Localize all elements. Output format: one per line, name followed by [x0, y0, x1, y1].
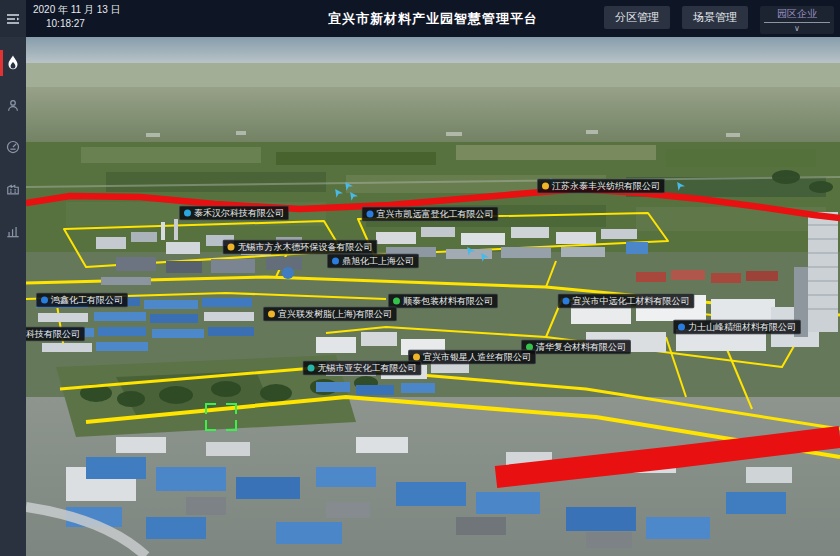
- sidebar-item-enterprise[interactable]: [0, 173, 26, 205]
- company-marker-label: 宜兴市中远化工材料有限公司: [573, 296, 690, 307]
- bar-chart-icon: [6, 224, 20, 238]
- company-marker-label: 宜兴国胜科技有限公司: [26, 329, 80, 340]
- partition-management-button[interactable]: 分区管理: [604, 6, 670, 29]
- flame-icon: [6, 55, 20, 71]
- menu-icon[interactable]: [0, 0, 26, 37]
- company-marker[interactable]: 鸿鑫化工有限公司: [36, 293, 128, 308]
- plane-icon: [347, 188, 359, 206]
- company-marker-label: 鼎旭化工上海公司: [342, 256, 414, 267]
- divider: [764, 22, 830, 23]
- person-icon: [6, 98, 20, 113]
- company-marker[interactable]: 力士山峰精细材料有限公司: [673, 320, 801, 335]
- app-window: 2020 年 11 月 13 日 10:18:27 宜兴市新材料产业园智慧管理平…: [0, 0, 840, 556]
- company-marker[interactable]: 无锡市亚安化工有限公司: [303, 361, 422, 376]
- company-marker-icon: [308, 365, 315, 372]
- company-marker-icon: [413, 354, 420, 361]
- sidebar: [0, 0, 26, 556]
- company-marker-label: 宜兴市凯远富登化工有限公司: [377, 209, 494, 220]
- company-marker[interactable]: 宜兴市银星人造丝有限公司: [408, 350, 536, 365]
- header-bar: 2020 年 11 月 13 日 10:18:27 宜兴市新材料产业园智慧管理平…: [26, 0, 840, 37]
- plane-icon: [674, 178, 686, 196]
- company-marker-label: 无锡市亚安化工有限公司: [318, 363, 417, 374]
- date-label: 2020 年 11 月 13 日: [33, 4, 121, 16]
- company-marker-icon: [563, 298, 570, 305]
- factory-icon: [6, 182, 20, 196]
- time-label: 10:18:27: [46, 18, 121, 30]
- company-marker[interactable]: 顺泰包装材料有限公司: [388, 294, 498, 309]
- company-marker-icon: [542, 183, 549, 190]
- selection-corner: [226, 403, 237, 414]
- company-marker[interactable]: 江苏永泰丰兴纺织有限公司: [537, 179, 665, 194]
- company-marker[interactable]: 宜兴市中远化工材料有限公司: [558, 294, 695, 309]
- company-marker[interactable]: 泰禾汉尔科技有限公司: [179, 206, 289, 221]
- selection-corner: [205, 403, 216, 414]
- selection-brackets: [205, 403, 237, 431]
- plane-icon: [478, 249, 490, 267]
- company-marker-icon: [678, 324, 685, 331]
- company-marker-icon: [41, 297, 48, 304]
- scene-management-button[interactable]: 场景管理: [682, 6, 748, 29]
- sidebar-item-statistics[interactable]: [0, 215, 26, 247]
- company-marker-icon: [184, 210, 191, 217]
- sidebar-item-personnel[interactable]: [0, 89, 26, 121]
- chevron-down-icon: ∨: [794, 24, 800, 33]
- company-marker-label: 江苏永泰丰兴纺织有限公司: [552, 181, 660, 192]
- company-marker-icon: [228, 244, 235, 251]
- company-marker-label: 泰禾汉尔科技有限公司: [194, 208, 284, 219]
- company-marker-icon: [332, 258, 339, 265]
- datetime: 2020 年 11 月 13 日 10:18:27: [33, 4, 121, 30]
- sidebar-item-fire[interactable]: [0, 47, 26, 79]
- company-marker[interactable]: 无锡市方永木德环保设备有限公司: [223, 240, 378, 255]
- company-marker[interactable]: 宜兴市凯远富登化工有限公司: [362, 207, 499, 222]
- company-marker-label: 顺泰包装材料有限公司: [403, 296, 493, 307]
- company-marker[interactable]: 宜兴联发树脂(上海)有限公司: [263, 307, 397, 322]
- company-marker-label: 宜兴市银星人造丝有限公司: [423, 352, 531, 363]
- map-3d-view[interactable]: 泰禾汉尔科技有限公司宜兴市凯远富登化工有限公司无锡市方永木德环保设备有限公司鼎旭…: [26, 37, 840, 556]
- company-marker[interactable]: 宜兴国胜科技有限公司: [26, 327, 85, 342]
- selection-corner: [205, 420, 216, 431]
- enterprise-dropdown-label: 园区企业: [777, 8, 817, 20]
- company-marker-label: 鸿鑫化工有限公司: [51, 295, 123, 306]
- company-marker-label: 无锡市方永木德环保设备有限公司: [238, 242, 373, 253]
- plane-icon: [464, 243, 476, 261]
- company-marker-icon: [393, 298, 400, 305]
- company-marker-label: 力士山峰精细材料有限公司: [688, 322, 796, 333]
- company-marker-label: 宜兴联发树脂(上海)有限公司: [278, 309, 392, 320]
- company-marker-label: 清华复合材料有限公司: [536, 342, 626, 353]
- enterprise-dropdown[interactable]: 园区企业 ∨: [760, 6, 834, 34]
- sidebar-item-gauge[interactable]: [0, 131, 26, 163]
- gauge-icon: [6, 140, 20, 154]
- company-marker-icon: [367, 211, 374, 218]
- company-marker-icon: [268, 311, 275, 318]
- company-marker[interactable]: 清华复合材料有限公司: [521, 340, 631, 355]
- selection-corner: [226, 420, 237, 431]
- company-marker[interactable]: 鼎旭化工上海公司: [327, 254, 419, 269]
